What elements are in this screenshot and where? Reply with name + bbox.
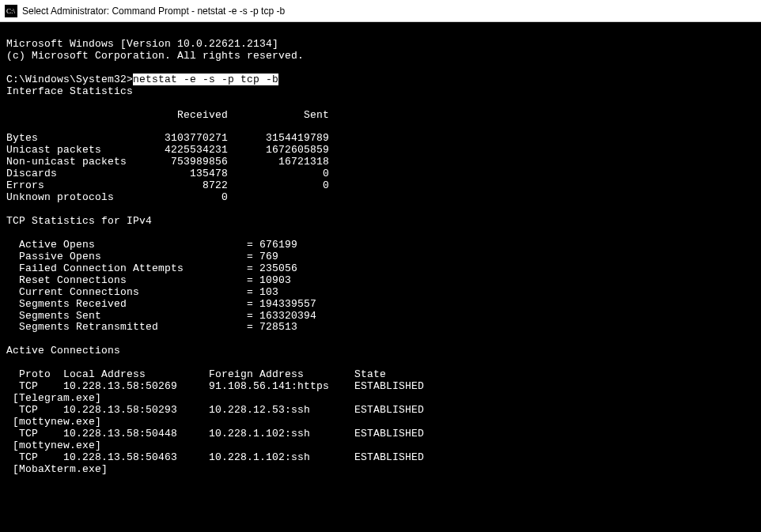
conn-row: TCP 10.228.13.58:50463 10.228.1.102:ssh … — [6, 451, 424, 463]
conn-owner: [MobaXterm.exe] — [6, 463, 108, 475]
active-conns-title: Active Connections — [6, 345, 120, 357]
window-title: Select Administrator: Command Prompt - n… — [22, 6, 285, 17]
iface-row: Non-unicast packets 753989856 16721318 — [6, 156, 329, 168]
prompt-command: netstat -e -s -p tcp -b — [133, 74, 278, 85]
window-titlebar[interactable]: C:\ Select Administrator: Command Prompt… — [0, 0, 761, 22]
terminal-output[interactable]: Microsoft Windows [Version 10.0.22621.21… — [0, 22, 761, 481]
os-version-line: Microsoft Windows [Version 10.0.22621.21… — [6, 38, 278, 50]
iface-row: Bytes 3103770271 3154419789 — [6, 132, 329, 144]
cmd-icon: C:\ — [5, 5, 17, 17]
interface-stats-title: Interface Statistics — [6, 85, 133, 97]
iface-row: Unicast packets 4225534231 1672605859 — [6, 144, 329, 156]
tcp-row: Passive Opens = 769 — [6, 251, 278, 262]
conn-row: TCP 10.228.13.58:50448 10.228.1.102:ssh … — [6, 428, 424, 440]
conn-row: TCP 10.228.13.58:50269 91.108.56.141:htt… — [6, 380, 424, 392]
tcp-row: Segments Retransmitted = 728513 — [6, 321, 297, 333]
conn-row: TCP 10.228.13.58:50293 10.228.12.53:ssh … — [6, 404, 424, 416]
iface-row: Discards 135478 0 — [6, 168, 329, 179]
tcp-row: Reset Connections = 10903 — [6, 274, 291, 286]
tcp-row: Failed Connection Attempts = 235056 — [6, 262, 297, 274]
svg-text:C:\: C:\ — [6, 7, 16, 15]
conn-owner: [mottynew.exe] — [6, 440, 101, 451]
iface-row: Errors 8722 0 — [6, 179, 329, 191]
tcp-stats-title: TCP Statistics for IPv4 — [6, 215, 152, 227]
tcp-row: Segments Received = 194339557 — [6, 298, 316, 310]
tcp-row: Segments Sent = 163320394 — [6, 310, 316, 322]
conn-owner: [mottynew.exe] — [6, 416, 101, 428]
copyright-line: (c) Microsoft Corporation. All rights re… — [6, 50, 304, 62]
tcp-row: Current Connections = 103 — [6, 286, 278, 298]
interface-stats-header: Received Sent — [6, 109, 329, 121]
conn-owner: [Telegram.exe] — [6, 392, 101, 404]
active-conns-header: Proto Local Address Foreign Address Stat… — [6, 368, 386, 380]
prompt-path: C:\Windows\System32> — [6, 74, 133, 85]
iface-row: Unknown protocols 0 — [6, 191, 228, 203]
tcp-row: Active Opens = 676199 — [6, 239, 297, 251]
